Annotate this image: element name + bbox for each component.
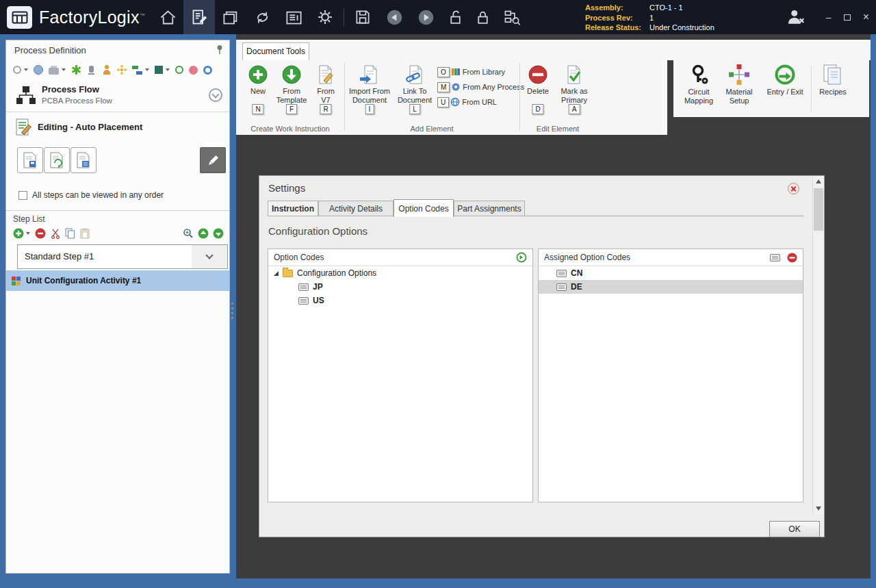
titlebar-toolbar <box>152 0 528 34</box>
panel-toolbar <box>13 65 212 75</box>
remove-assigned-button[interactable] <box>787 253 797 263</box>
home-button[interactable] <box>152 0 183 34</box>
dialog-scrollbar[interactable] <box>812 176 824 514</box>
news-button[interactable] <box>278 0 309 34</box>
collapse-button[interactable] <box>209 88 222 102</box>
audit-search-button[interactable] <box>496 0 528 34</box>
tree-root-label: Configuration Options <box>297 268 376 278</box>
recipes-button[interactable]: Recipes <box>814 62 851 116</box>
option-code-label: US <box>313 296 324 305</box>
save-button[interactable] <box>347 0 378 34</box>
chevron-down-icon[interactable] <box>145 68 149 71</box>
option-codes-header: Option Codes <box>268 249 532 266</box>
import-from-document-button[interactable]: Import From Document I <box>347 62 392 123</box>
scrollbar-thumb[interactable] <box>814 188 823 231</box>
keytip-mark-primary: A <box>569 104 580 114</box>
scroll-up-icon[interactable] <box>816 179 821 183</box>
lock-button[interactable] <box>469 0 496 34</box>
from-any-process-button[interactable]: M From Any Process <box>437 79 526 94</box>
history-icon[interactable] <box>13 66 21 74</box>
dialog-close-button[interactable] <box>788 183 799 194</box>
minimize-button[interactable]: – <box>826 12 832 23</box>
scroll-down-icon[interactable] <box>816 507 821 511</box>
app-name: FactoryLogix™ <box>39 8 145 27</box>
close-button[interactable]: × <box>863 11 869 23</box>
chevron-down-icon[interactable] <box>24 68 28 71</box>
from-library-button[interactable]: O From Library <box>437 64 526 79</box>
pin-button[interactable] <box>216 44 224 57</box>
from-v7-icon <box>315 64 336 85</box>
process-stack-button[interactable] <box>215 0 246 34</box>
expander-icon[interactable] <box>274 271 279 276</box>
tab-activity-details[interactable]: Activity Details <box>318 201 394 216</box>
layers-icon[interactable] <box>155 66 163 74</box>
link-to-document-button[interactable]: Link To Document L <box>394 62 436 123</box>
info-icon[interactable] <box>203 66 212 75</box>
maximize-button[interactable] <box>844 14 851 21</box>
forward-button[interactable] <box>410 0 441 34</box>
option-code-row[interactable]: US <box>268 294 532 307</box>
settings-button[interactable] <box>309 0 341 34</box>
edit-instructions-button[interactable] <box>200 147 226 173</box>
highlight-icon[interactable] <box>117 65 127 75</box>
ribbon-tools-panel: Circuit Mapping Material Setup Entry / E… <box>673 60 869 117</box>
keyboard-entry-button[interactable] <box>770 254 780 261</box>
logout-button[interactable] <box>786 8 806 29</box>
add-step-icon[interactable] <box>13 228 24 239</box>
option-code-icon <box>298 297 309 305</box>
paste-icon[interactable] <box>80 228 90 239</box>
unlock-button[interactable] <box>441 0 469 34</box>
assigned-code-row[interactable]: CN <box>539 266 803 280</box>
entry-exit-button[interactable]: Entry / Exit <box>761 62 809 116</box>
tree-root-row[interactable]: Configuration Options <box>268 266 532 280</box>
chevron-down-icon[interactable] <box>26 232 30 235</box>
assigned-code-row-selected[interactable]: DE <box>539 280 803 294</box>
tab-part-assignments[interactable]: Part Assignments <box>454 201 525 216</box>
keytip-from-library: O <box>437 67 450 77</box>
move-down-icon[interactable] <box>213 228 224 239</box>
cut-icon[interactable] <box>51 229 60 239</box>
chevron-down-icon[interactable] <box>166 68 170 71</box>
separator <box>344 8 344 26</box>
document-button-3[interactable] <box>70 147 96 173</box>
move-up-icon[interactable] <box>198 228 209 239</box>
web-icon[interactable] <box>34 65 43 75</box>
from-v7-button[interactable]: From V7 R <box>309 62 343 123</box>
effects-icon[interactable] <box>71 65 81 75</box>
step-dropdown[interactable]: Standard Step #1 <box>17 244 192 269</box>
work-instructions-button[interactable] <box>183 0 215 34</box>
back-button[interactable] <box>378 0 410 34</box>
document-button-1[interactable] <box>17 147 43 173</box>
step-dropdown-button[interactable] <box>192 244 228 269</box>
audio-icon[interactable] <box>89 66 94 73</box>
order-checkbox[interactable] <box>18 191 27 200</box>
document-button-2[interactable] <box>44 147 70 173</box>
tab-document-tools[interactable]: Document Tools <box>242 42 309 61</box>
refresh-icon[interactable] <box>175 66 183 74</box>
tab-instruction[interactable]: Instruction <box>268 201 318 216</box>
print-icon[interactable] <box>49 68 59 75</box>
from-url-button[interactable]: U From URL <box>437 94 526 110</box>
assign-option-button[interactable] <box>516 252 527 263</box>
find-icon[interactable] <box>183 228 194 239</box>
tab-option-codes[interactable]: Option Codes <box>394 199 454 217</box>
activity-list-item-selected[interactable]: Unit Configuration Activity #1 <box>6 270 229 291</box>
material-setup-button[interactable]: Material Setup <box>720 62 758 116</box>
option-code-row[interactable]: JP <box>268 280 532 294</box>
new-button[interactable]: New N <box>242 62 274 123</box>
record-icon[interactable] <box>189 66 198 75</box>
chevron-down-icon[interactable] <box>62 68 66 71</box>
remove-step-icon[interactable] <box>35 228 46 239</box>
mark-as-primary-button[interactable]: Mark as Primary A <box>555 62 593 123</box>
ok-button[interactable]: OK <box>769 521 820 537</box>
user-icon[interactable] <box>102 65 112 75</box>
language-icon[interactable] <box>132 66 142 75</box>
copy-icon[interactable] <box>65 228 75 239</box>
save-icon <box>354 8 372 26</box>
panel-splitter[interactable] <box>231 303 233 320</box>
circuit-mapping-button[interactable]: Circuit Mapping <box>680 62 718 116</box>
delete-element-button[interactable]: Delete D <box>522 62 554 123</box>
process-flow-header[interactable]: Process Flow PCBA Process Flow <box>6 81 229 112</box>
from-template-button[interactable]: From Template F <box>274 62 309 123</box>
sync-button[interactable] <box>246 0 278 34</box>
